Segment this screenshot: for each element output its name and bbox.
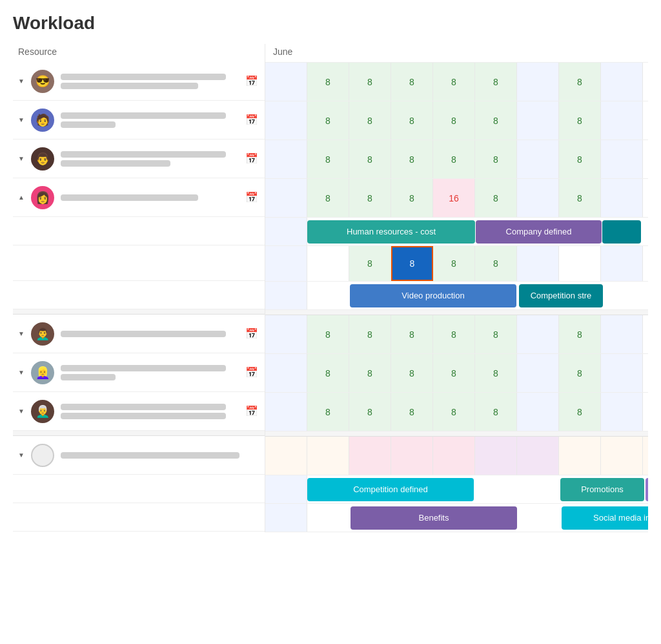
grid-cell: 8 xyxy=(391,140,433,178)
grid-cell xyxy=(265,179,307,217)
task-bar-benefits[interactable]: Benefits xyxy=(351,506,517,530)
resource-name-area xyxy=(61,404,244,419)
grid-cell xyxy=(307,437,349,475)
grid-cell: 8 xyxy=(307,179,349,217)
task-bar-social-media[interactable]: Social media influ xyxy=(562,506,648,530)
avatar: 👨‍🦱 xyxy=(31,322,54,346)
chevron-down-icon[interactable]: ▲ xyxy=(18,194,28,201)
avatar: 👩 xyxy=(31,186,54,209)
grid-cell: 8 xyxy=(559,140,601,178)
calendar-icon[interactable]: 📅 xyxy=(244,112,259,128)
grid-cell: 8 xyxy=(391,63,433,101)
grid-cell xyxy=(517,315,559,353)
resource-name-area xyxy=(61,365,244,380)
task-bar-spacer xyxy=(265,475,307,503)
grid-cell xyxy=(265,393,307,431)
grid-cell: 8 xyxy=(349,354,391,392)
grid-cell: 8 xyxy=(307,63,349,101)
task-bar-promotions[interactable]: Promotions xyxy=(560,478,644,501)
grid-row-4: 8 8 8 16 8 8 xyxy=(265,179,648,218)
avatar: 👨‍🦳 xyxy=(31,400,54,423)
grid-cell xyxy=(517,179,559,217)
group-separator-2 xyxy=(13,431,265,436)
name-line-2 xyxy=(61,413,226,419)
grid-cell xyxy=(601,246,643,281)
chevron-right-icon[interactable]: ▼ xyxy=(18,369,28,376)
grid-row-empty xyxy=(265,437,648,475)
grid-cell xyxy=(517,246,559,281)
grid-cell: 8 xyxy=(391,393,433,431)
grid-cell xyxy=(601,315,643,353)
chevron-right-icon[interactable]: ▼ xyxy=(18,330,28,337)
task-bar-competition-stre[interactable]: Competition stre xyxy=(519,284,603,307)
grid-cell xyxy=(265,101,307,140)
empty-resource-row: ▼ xyxy=(13,436,265,475)
chevron-right-icon[interactable]: ▼ xyxy=(18,452,28,459)
resource-name-area xyxy=(61,331,244,337)
chevron-right-icon[interactable]: ▼ xyxy=(18,408,28,415)
grid-cell xyxy=(601,140,643,178)
resource-row: ▼ 👨‍🦱 📅 xyxy=(13,315,265,353)
calendar-icon[interactable]: 📅 xyxy=(244,326,259,342)
grid-cell xyxy=(517,437,559,475)
resource-row: ▼ 👱‍♀️ 📅 xyxy=(13,353,265,392)
grid-cell: 8 xyxy=(307,315,349,353)
grid-cell: 8 xyxy=(475,246,517,281)
grid-cell: 8 xyxy=(433,63,475,101)
grid-cell: 8 xyxy=(475,393,517,431)
grid-cell xyxy=(559,246,601,281)
grid-cell: 8 xyxy=(433,101,475,140)
grid-cell-overloaded: 16 xyxy=(433,179,475,217)
task-bar-video-production[interactable]: Video production xyxy=(350,284,516,307)
task-bar-extra[interactable] xyxy=(602,220,641,244)
task-bars-row-bottom-2: Benefits Social media influ xyxy=(265,504,648,532)
grid-cell xyxy=(265,140,307,178)
grid-cell: 8 xyxy=(307,393,349,431)
name-line xyxy=(61,151,226,158)
chevron-right-icon[interactable]: ▼ xyxy=(18,78,28,85)
grid-cell xyxy=(601,179,643,217)
grid-cell: 8 xyxy=(559,101,601,140)
calendar-icon[interactable]: 📅 xyxy=(244,190,259,205)
name-line-2 xyxy=(61,83,198,89)
grid-row-2: 8 8 8 8 8 8 xyxy=(265,101,648,140)
chevron-right-icon[interactable]: ▼ xyxy=(18,116,28,123)
task-bar-human-resources[interactable]: Human resources - cost xyxy=(307,220,475,244)
grid-cell xyxy=(349,437,391,475)
resource-name-area xyxy=(61,452,259,459)
calendar-icon[interactable]: 📅 xyxy=(244,74,259,89)
task-bar-promo-extra[interactable] xyxy=(646,478,648,501)
grid-cell xyxy=(265,354,307,392)
resource-column-header: Resource xyxy=(13,44,265,62)
grid-cell xyxy=(601,437,643,475)
grid-cell: 8 xyxy=(307,354,349,392)
grid-cell xyxy=(265,246,307,281)
grid-cell: 8 xyxy=(391,179,433,217)
chevron-right-icon[interactable]: ▼ xyxy=(18,155,28,162)
grid-cell: 8 xyxy=(433,354,475,392)
avatar: 👨 xyxy=(31,147,54,171)
name-line xyxy=(61,112,226,119)
bottom-task-bar-spacer-2 xyxy=(13,503,265,532)
grid-cell xyxy=(601,63,643,101)
grid-cell: 8 xyxy=(349,179,391,217)
task-bar-company-defined[interactable]: Company defined xyxy=(476,220,602,244)
grid-cell: 8 xyxy=(559,315,601,353)
page-title: Workload xyxy=(13,13,648,34)
calendar-icon[interactable]: 📅 xyxy=(244,404,259,419)
grid-cell: 8 xyxy=(349,246,391,281)
grid-row-3: 8 8 8 8 8 8 xyxy=(265,140,648,179)
grid-cell xyxy=(517,354,559,392)
resource-name-area xyxy=(61,194,244,201)
task-bar-competition-defined[interactable]: Competition defined xyxy=(307,478,474,501)
grid-cell-selected[interactable]: 8 xyxy=(391,246,433,281)
calendar-icon[interactable]: 📅 xyxy=(244,365,259,380)
grid-cell: 8 xyxy=(391,354,433,392)
grid-cell xyxy=(391,437,433,475)
name-line xyxy=(61,452,239,459)
grid-cell: 8 xyxy=(391,101,433,140)
grid-row-6: 8 8 8 8 8 8 xyxy=(265,354,648,393)
name-line xyxy=(61,74,226,80)
grid-cell: 8 xyxy=(475,179,517,217)
calendar-icon[interactable]: 📅 xyxy=(244,151,259,167)
